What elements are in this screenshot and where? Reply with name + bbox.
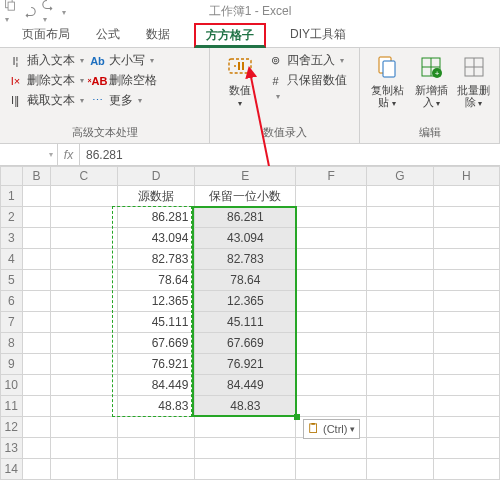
cell[interactable] — [367, 186, 433, 207]
cell[interactable]: 76.921 — [117, 354, 195, 375]
row-header[interactable]: 6 — [1, 291, 23, 312]
row-header[interactable]: 5 — [1, 270, 23, 291]
qat-customize[interactable] — [61, 4, 66, 18]
cell[interactable] — [51, 375, 117, 396]
formula-input[interactable]: 86.281 — [80, 144, 500, 165]
cell[interactable] — [22, 354, 51, 375]
cell[interactable] — [367, 312, 433, 333]
cell[interactable]: 82.783 — [117, 249, 195, 270]
cell[interactable] — [433, 396, 499, 417]
cell[interactable] — [296, 333, 367, 354]
cell[interactable] — [296, 312, 367, 333]
cell[interactable]: 84.449 — [117, 375, 195, 396]
row-header[interactable]: 3 — [1, 228, 23, 249]
col-header[interactable]: H — [433, 167, 499, 186]
number-caret[interactable]: ▾ — [268, 92, 347, 101]
cell[interactable] — [51, 270, 117, 291]
fill-handle[interactable] — [294, 414, 300, 420]
col-header[interactable]: G — [367, 167, 433, 186]
cell[interactable]: 78.64 — [117, 270, 195, 291]
cell[interactable]: 12.365 — [117, 291, 195, 312]
batch-delete-button[interactable]: 批量删除 ▾ — [456, 52, 491, 110]
cell[interactable]: 48.83 — [195, 396, 296, 417]
cell[interactable] — [51, 291, 117, 312]
cell[interactable]: 67.669 — [195, 333, 296, 354]
cell[interactable] — [367, 459, 433, 480]
cell[interactable] — [296, 228, 367, 249]
cell[interactable] — [367, 396, 433, 417]
cell[interactable] — [117, 459, 195, 480]
cell[interactable] — [51, 459, 117, 480]
cell[interactable] — [296, 270, 367, 291]
cell[interactable] — [51, 333, 117, 354]
cell[interactable] — [22, 438, 51, 459]
extract-text-button[interactable]: I‖截取文本▾ — [8, 92, 84, 109]
cell[interactable] — [51, 417, 117, 438]
cell[interactable] — [433, 270, 499, 291]
cell[interactable] — [433, 417, 499, 438]
cell[interactable]: 源数据 — [117, 186, 195, 207]
cell[interactable]: 78.64 — [195, 270, 296, 291]
cell[interactable] — [195, 438, 296, 459]
cell[interactable] — [296, 438, 367, 459]
cell[interactable] — [51, 354, 117, 375]
cell[interactable] — [296, 354, 367, 375]
round-button[interactable]: ⊚四舍五入▾ — [268, 52, 347, 69]
cell[interactable] — [367, 207, 433, 228]
cell[interactable]: 86.281 — [195, 207, 296, 228]
cell[interactable] — [22, 333, 51, 354]
cell[interactable] — [195, 417, 296, 438]
cell[interactable] — [367, 333, 433, 354]
cell[interactable] — [51, 228, 117, 249]
cell[interactable]: 43.094 — [117, 228, 195, 249]
cell[interactable] — [296, 396, 367, 417]
number-value-button[interactable]: 数值▾ — [218, 52, 262, 110]
tab-page-layout[interactable]: 页面布局 — [20, 22, 72, 47]
row-header[interactable]: 1 — [1, 186, 23, 207]
row-header[interactable]: 7 — [1, 312, 23, 333]
cell[interactable] — [22, 417, 51, 438]
cell[interactable] — [367, 270, 433, 291]
col-header[interactable]: B — [22, 167, 51, 186]
row-header[interactable]: 4 — [1, 249, 23, 270]
cell[interactable] — [22, 207, 51, 228]
cell[interactable] — [433, 354, 499, 375]
cell[interactable] — [22, 249, 51, 270]
cell[interactable] — [433, 333, 499, 354]
cell[interactable]: 保留一位小数 — [195, 186, 296, 207]
cell[interactable]: 45.111 — [117, 312, 195, 333]
cell[interactable] — [51, 396, 117, 417]
col-header[interactable]: F — [296, 167, 367, 186]
trim-spaces-button[interactable]: ×AB删除空格 — [90, 72, 157, 89]
row-header[interactable]: 2 — [1, 207, 23, 228]
cell[interactable] — [51, 249, 117, 270]
cell[interactable] — [367, 249, 433, 270]
cell[interactable] — [22, 186, 51, 207]
cell[interactable]: 67.669 — [117, 333, 195, 354]
cell[interactable] — [433, 186, 499, 207]
cell[interactable] — [367, 291, 433, 312]
cell[interactable] — [296, 375, 367, 396]
cell[interactable] — [22, 312, 51, 333]
cell[interactable] — [433, 249, 499, 270]
select-all-corner[interactable] — [1, 167, 23, 186]
cell[interactable]: 84.449 — [195, 375, 296, 396]
cell[interactable] — [296, 207, 367, 228]
cell[interactable] — [22, 396, 51, 417]
row-header[interactable]: 8 — [1, 333, 23, 354]
row-header[interactable]: 10 — [1, 375, 23, 396]
row-header[interactable]: 13 — [1, 438, 23, 459]
cell[interactable] — [433, 207, 499, 228]
keep-number-button[interactable]: #只保留数值 — [268, 72, 347, 89]
delete-text-button[interactable]: I×删除文本▾ — [8, 72, 84, 89]
insert-rows-button[interactable]: + 新增插入 ▾ — [412, 52, 450, 110]
cell[interactable]: 76.921 — [195, 354, 296, 375]
paste-options-button[interactable]: (Ctrl) ▾ — [303, 419, 360, 439]
cell[interactable]: 48.83 — [117, 396, 195, 417]
cell[interactable] — [367, 417, 433, 438]
cell[interactable] — [51, 312, 117, 333]
insert-text-button[interactable]: I¦插入文本▾ — [8, 52, 84, 69]
cell[interactable]: 12.365 — [195, 291, 296, 312]
cell[interactable] — [22, 291, 51, 312]
case-button[interactable]: Ab大小写▾ — [90, 52, 157, 69]
